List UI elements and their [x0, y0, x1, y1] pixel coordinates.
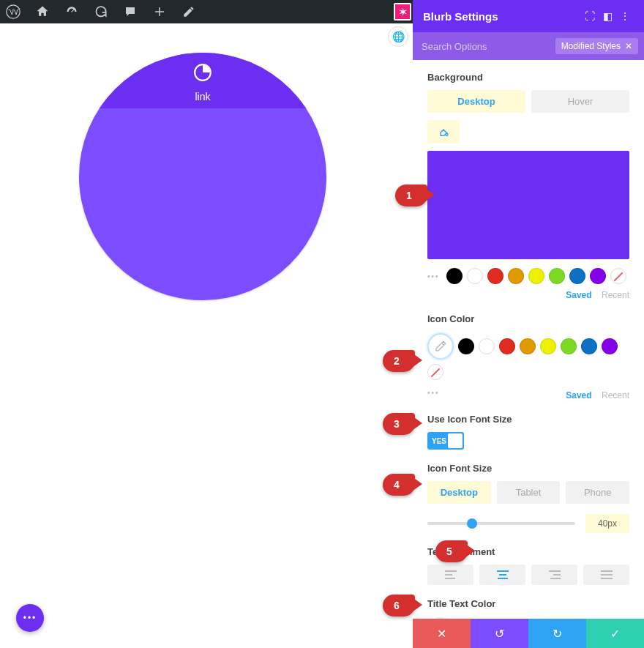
redo-button[interactable]: ↻: [528, 619, 586, 648]
text-alignment-buttons: [427, 565, 629, 585]
tab-recent[interactable]: Recent: [602, 390, 629, 401]
expand-icon[interactable]: ⛶: [581, 10, 599, 22]
icon-font-size-value[interactable]: 40px: [585, 514, 629, 533]
search-input[interactable]: Search Options: [419, 41, 555, 52]
close-icon[interactable]: ✕: [625, 41, 632, 51]
tab-saved[interactable]: Saved: [566, 390, 591, 401]
align-left-button[interactable]: [427, 565, 473, 585]
dashboard-icon[interactable]: [63, 3, 80, 21]
more-icon[interactable]: •••: [427, 389, 442, 397]
dock-icon[interactable]: ◧: [599, 10, 616, 22]
swatch-none[interactable]: [610, 268, 626, 284]
section-background: Background Desktop Hover •••: [427, 72, 629, 300]
swatch-green[interactable]: [549, 268, 565, 284]
swatch-black[interactable]: [458, 338, 474, 354]
swatch-white[interactable]: [467, 268, 483, 284]
undo-button[interactable]: ↺: [471, 619, 528, 648]
background-palette: •••: [427, 268, 629, 284]
refresh-icon[interactable]: [92, 3, 110, 21]
swatch-blue[interactable]: [569, 268, 585, 284]
cancel-button[interactable]: ✕: [413, 619, 471, 648]
swatch-white[interactable]: [479, 338, 495, 354]
tab-tablet[interactable]: Tablet: [497, 481, 561, 504]
toggle-label: YES: [429, 437, 446, 445]
plus-icon[interactable]: [151, 3, 168, 21]
callout-1: 1: [395, 185, 427, 206]
chip-label: Modified Styles: [561, 41, 621, 51]
panel-title: Blurb Settings: [423, 10, 581, 23]
icon-color-palette: [427, 333, 629, 380]
background-tabs: Desktop Hover: [427, 90, 629, 113]
swatch-orange[interactable]: [508, 268, 524, 284]
section-use-icon-font-size: Use Icon Font Size YES: [427, 414, 629, 450]
section-title-text-color: Title Text Color: [427, 598, 629, 619]
home-icon[interactable]: [34, 3, 51, 21]
modified-styles-chip[interactable]: Modified Styles ✕: [555, 38, 638, 54]
swatch-none[interactable]: [427, 364, 443, 380]
tab-desktop[interactable]: Desktop: [427, 90, 525, 113]
tab-hover[interactable]: Hover: [531, 90, 629, 113]
swatch-black[interactable]: [446, 268, 463, 284]
editor-canvas: 🌐 link •••: [0, 23, 413, 648]
toggle-knob: [448, 433, 463, 448]
palette-tabs: Saved Recent: [427, 290, 629, 300]
tab-desktop[interactable]: Desktop: [427, 481, 491, 504]
panel-header: Blurb Settings ⛶ ◧ ⋮: [413, 0, 644, 32]
more-icon[interactable]: •••: [427, 272, 442, 280]
align-justify-button[interactable]: [583, 565, 629, 585]
edit-icon[interactable]: [180, 3, 198, 21]
swatch-yellow[interactable]: [528, 268, 544, 284]
swatch-red[interactable]: [499, 338, 515, 354]
tab-saved[interactable]: Saved: [566, 290, 591, 300]
callout-3: 3: [383, 413, 415, 435]
swatch-blue[interactable]: [581, 338, 597, 354]
align-center-button[interactable]: [479, 565, 525, 585]
eyedropper-button[interactable]: [427, 333, 454, 360]
icon-font-size-slider[interactable]: [427, 522, 575, 525]
blurb-module[interactable]: link: [79, 53, 326, 300]
swatch-orange[interactable]: [520, 338, 536, 354]
toggle-use-icon-font-size[interactable]: YES: [427, 432, 464, 450]
icon-font-size-tabs: Desktop Tablet Phone: [427, 481, 629, 504]
wordpress-icon[interactable]: [4, 3, 22, 21]
globe-icon[interactable]: 🌐: [388, 26, 408, 47]
align-right-button[interactable]: [531, 565, 577, 585]
label-title-text-color: Title Text Color: [427, 598, 629, 609]
panel-subheader: Search Options Modified Styles ✕: [413, 32, 644, 60]
star-badge[interactable]: ✶: [394, 3, 411, 21]
background-preview[interactable]: [427, 151, 629, 259]
icon-font-size-slider-row: 40px: [427, 514, 629, 533]
section-icon-color: Icon Color ••• Saved Recent: [427, 313, 629, 401]
tab-recent[interactable]: Recent: [602, 290, 629, 300]
label-background: Background: [427, 72, 629, 83]
label-icon-font-size: Icon Font Size: [427, 463, 629, 474]
label-use-icon-font-size: Use Icon Font Size: [427, 414, 629, 425]
more-icon[interactable]: ⋮: [616, 10, 634, 22]
swatch-purple[interactable]: [602, 338, 618, 354]
swatch-red[interactable]: [487, 268, 503, 284]
slider-thumb[interactable]: [467, 518, 477, 529]
callout-5: 5: [435, 540, 468, 562]
section-icon-font-size: Icon Font Size Desktop Tablet Phone 40px: [427, 463, 629, 533]
panel-footer: ✕ ↺ ↻ ✓: [413, 619, 644, 648]
callout-2: 2: [383, 350, 415, 372]
label-icon-color: Icon Color: [427, 313, 629, 324]
tab-phone[interactable]: Phone: [566, 481, 629, 504]
blurb-title: link: [79, 91, 326, 103]
callout-6: 6: [383, 595, 415, 617]
comment-icon[interactable]: [121, 3, 139, 21]
floating-menu-button[interactable]: •••: [16, 604, 44, 632]
callout-4: 4: [383, 474, 415, 496]
blurb-icon: [193, 63, 212, 85]
panel-body: Background Desktop Hover •••: [413, 60, 644, 619]
confirm-button[interactable]: ✓: [586, 619, 644, 648]
fill-button[interactable]: [427, 120, 460, 144]
swatch-yellow[interactable]: [540, 338, 556, 354]
swatch-purple[interactable]: [590, 268, 606, 284]
swatch-green[interactable]: [561, 338, 577, 354]
